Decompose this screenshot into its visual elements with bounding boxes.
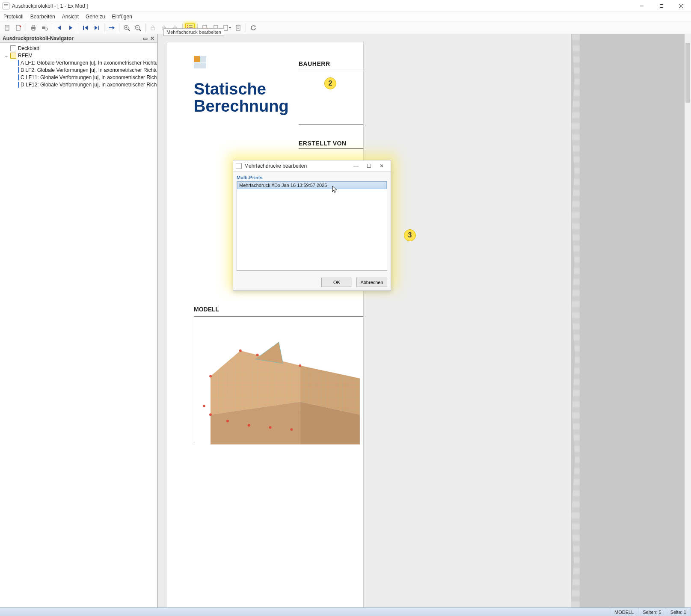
- menu-bearbeiten[interactable]: Bearbeiten: [30, 14, 55, 20]
- minimize-button[interactable]: [632, 0, 652, 12]
- navigator-title: Ausdruckprotokoll-Navigator: [3, 36, 74, 41]
- tree-label: Deckblatt: [18, 45, 39, 51]
- close-button[interactable]: [671, 0, 691, 12]
- tree-label: B LF2: Globale Verformungen |u|, In axon…: [21, 67, 157, 73]
- dialog-minimize-button[interactable]: —: [350, 161, 362, 171]
- status-modell: MODELL: [610, 608, 638, 616]
- cancel-button[interactable]: Abbrechen: [356, 278, 387, 287]
- dialog-close-button[interactable]: ✕: [375, 161, 388, 171]
- svg-line-25: [139, 29, 141, 31]
- print-preview-button[interactable]: [40, 23, 49, 33]
- tree-item-lf1[interactable]: A LF1: Globale Verformungen |u|, In axon…: [1, 59, 156, 66]
- vertical-scrollbar[interactable]: [685, 34, 691, 607]
- svg-point-58: [226, 420, 229, 422]
- dialog-maximize-button[interactable]: ☐: [362, 161, 375, 171]
- tree-item-lf11[interactable]: C LF11: Globale Verformungen |u|, In axo…: [1, 74, 156, 81]
- chart-icon: [18, 82, 19, 88]
- annotation-callout-2: 2: [324, 77, 336, 89]
- svg-rect-1: [660, 4, 663, 7]
- svg-rect-40: [224, 25, 228, 30]
- svg-point-60: [269, 426, 272, 429]
- navigator-tree[interactable]: Deckblatt ⌄ RFEM A LF1: Globale Verformu…: [0, 43, 157, 607]
- menu-ansicht[interactable]: Ansicht: [62, 14, 79, 20]
- svg-rect-27: [151, 27, 154, 30]
- window-title: Ausdruckprotokoll - [ 1 - Ex Mod ]: [12, 3, 88, 9]
- navigator-panel: Ausdruckprotokoll-Navigator ▭ ✕ Deckblat…: [0, 34, 157, 607]
- svg-rect-42: [236, 25, 240, 30]
- menu-protokoll[interactable]: Protokoll: [3, 14, 24, 20]
- document-title: StatischeBerechnung: [194, 81, 289, 115]
- first-page-button[interactable]: [81, 23, 90, 33]
- panel-close-icon[interactable]: ✕: [150, 36, 154, 41]
- svg-marker-19: [113, 26, 115, 30]
- status-page: Seite: 1: [666, 608, 691, 616]
- svg-point-62: [203, 405, 205, 407]
- menu-gehezu[interactable]: Gehe zu: [86, 14, 105, 20]
- title-bar: Ausdruckprotokoll - [ 1 - Ex Mod ]: [0, 0, 691, 12]
- new-button[interactable]: [3, 23, 12, 33]
- annotation-callout-3: 3: [404, 229, 416, 241]
- chart-icon: [18, 67, 19, 73]
- tree-item-lf2[interactable]: B LF2: Globale Verformungen |u|, In axon…: [1, 66, 156, 74]
- preview-gutter: [571, 34, 691, 607]
- ok-button[interactable]: OK: [321, 278, 352, 287]
- toolbar-tooltip: Mehrfachdruck bearbeiten: [163, 28, 224, 36]
- menu-einfuegen[interactable]: Einfügen: [112, 14, 132, 20]
- refresh-button[interactable]: [249, 23, 258, 33]
- dialog-title: Mehrfachdrucke bearbeiten: [244, 163, 307, 169]
- last-page-button[interactable]: [92, 23, 101, 33]
- svg-point-59: [248, 424, 250, 426]
- svg-marker-41: [229, 27, 231, 29]
- svg-line-21: [128, 29, 130, 31]
- zoom-in-button[interactable]: [122, 23, 131, 33]
- lock-button-1[interactable]: [148, 23, 157, 33]
- tree-label: A LF1: Globale Verformungen |u|, In axon…: [21, 60, 157, 66]
- svg-point-57: [209, 413, 212, 416]
- expand-icon[interactable]: ⌄: [4, 53, 9, 59]
- multiprint-list[interactable]: Mehrfachdruck #Do Jan 16 13:59:57 2025: [237, 181, 387, 271]
- goto-button[interactable]: [107, 23, 116, 33]
- tree-label: RFEM: [18, 53, 33, 59]
- settings-button[interactable]: [234, 23, 243, 33]
- tree-item-deckblatt[interactable]: Deckblatt: [1, 44, 156, 52]
- svg-line-6: [20, 26, 21, 27]
- cover-page: StatischeBerechnung BAUHERR ERSTELLT VON…: [167, 42, 364, 607]
- menu-bar: Protokoll Bearbeiten Ansicht Gehe zu Ein…: [0, 12, 691, 21]
- main-toolbar: PDF: [0, 21, 691, 34]
- tree-label: C LF11: Globale Verformungen |u|, In axo…: [21, 74, 157, 80]
- company-logo: [194, 56, 206, 68]
- svg-point-54: [256, 354, 259, 356]
- nav-prev-button[interactable]: [55, 23, 64, 33]
- folder-icon: [10, 53, 16, 59]
- nav-next-button[interactable]: [66, 23, 75, 33]
- tree-item-rfem[interactable]: ⌄ RFEM: [1, 52, 156, 59]
- status-bar: MODELL Seiten: 5 Seite: 1: [0, 607, 691, 616]
- zoom-out-button[interactable]: [133, 23, 142, 33]
- list-item[interactable]: Mehrfachdruck #Do Jan 16 13:59:57 2025: [237, 181, 387, 189]
- svg-rect-31: [187, 27, 188, 28]
- navigator-header: Ausdruckprotokoll-Navigator ▭ ✕: [0, 34, 157, 43]
- edit-button[interactable]: [14, 23, 23, 33]
- status-pages: Seiten: 5: [638, 608, 666, 616]
- dialog-titlebar[interactable]: Mehrfachdrucke bearbeiten — ☐ ✕: [233, 160, 391, 172]
- svg-point-53: [239, 349, 242, 352]
- section-heading: BAUHERR: [299, 60, 363, 67]
- svg-rect-9: [32, 29, 35, 30]
- preview-area: 2 3 StatischeBerechnung BAUHERR ERSTELLT…: [157, 34, 691, 607]
- svg-point-55: [299, 364, 301, 367]
- maximize-button[interactable]: [652, 0, 671, 12]
- svg-rect-8: [32, 25, 35, 27]
- panel-dock-icon[interactable]: ▭: [143, 36, 148, 41]
- app-icon: [3, 3, 9, 9]
- svg-marker-13: [69, 26, 72, 30]
- section-heading: ERSTELLT VON: [299, 140, 363, 147]
- dialog-group-label: Multi-Prints: [237, 175, 387, 180]
- section-modell-heading: MODELL: [194, 306, 219, 313]
- chart-icon: [18, 60, 19, 66]
- section-bauherr: BAUHERR: [299, 60, 363, 124]
- tree-item-lf12[interactable]: D LF12: Globale Verformungen |u|, In axo…: [1, 81, 156, 88]
- page-icon: [10, 45, 16, 51]
- svg-marker-12: [58, 26, 61, 30]
- print-button[interactable]: [29, 23, 38, 33]
- svg-point-61: [290, 428, 293, 431]
